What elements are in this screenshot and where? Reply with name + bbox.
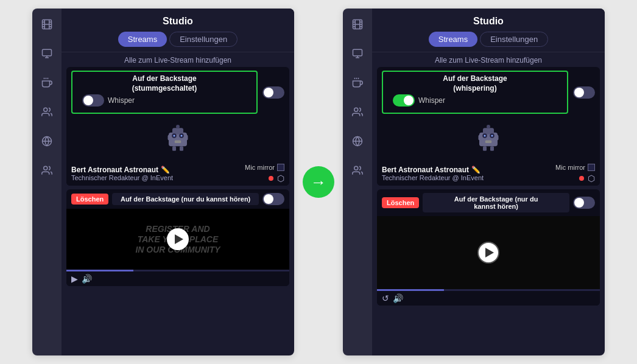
right-panel: Studio Streams Einstellungen Alle zum Li… [343, 9, 605, 355]
right-stream-list: Auf der Backstage (whispering) Whisper [372, 67, 605, 355]
right-play-button[interactable] [477, 242, 499, 264]
svg-rect-8 [43, 49, 52, 56]
right-add-all-label: Alle zum Live-Stream hinzufügen [372, 52, 605, 67]
right-stream-item-2: Löschen Auf der Backstage (nur dukannst … [377, 189, 600, 306]
right-tab-settings[interactable]: Einstellungen [480, 32, 548, 47]
svg-point-23 [174, 135, 175, 137]
left-whisper-knob [83, 96, 93, 105]
right-pencil-icon: ✏️ [471, 166, 480, 174]
right-mic-mirror-row: Mic mirror [555, 164, 595, 171]
left-stream-item-1-top: Auf der Backstage (stummgeschaltet) Whis… [66, 67, 289, 117]
sidebar-users-icon[interactable] [38, 103, 55, 121]
svg-rect-49 [483, 128, 494, 135]
left-pencil-icon: ✏️ [161, 166, 170, 174]
right-stream-item-1: Auf der Backstage (whispering) Whisper [377, 67, 600, 186]
left-play-control-icon[interactable]: ▶ [71, 274, 78, 284]
right-stream2-header: Löschen Auf der Backstage (nur dukannst … [377, 189, 600, 216]
svg-rect-59 [490, 146, 494, 151]
left-stream-label-box: Auf der Backstage (stummgeschaltet) Whis… [71, 71, 258, 114]
sidebar-users2-icon[interactable] [38, 162, 55, 179]
right-sidebar-coffee-icon[interactable] [349, 74, 366, 91]
arrow-container: → [294, 166, 343, 198]
left-add-all-label: Alle zum Live-Stream hinzufügen [62, 52, 294, 67]
right-play-icon [485, 248, 494, 257]
left-header: Studio Streams Einstellungen [62, 9, 294, 52]
left-whisper-row: Whisper [77, 93, 252, 110]
left-panel: Studio Streams Einstellungen Alle zum Li… [32, 9, 294, 355]
right-sidebar-users-icon[interactable] [349, 103, 366, 121]
left-external-link-icon[interactable]: ⬡ [277, 173, 284, 183]
left-stream-item-1: Auf der Backstage (stummgeschaltet) Whis… [66, 67, 289, 186]
left-tab-settings[interactable]: Einstellungen [169, 32, 238, 47]
left-avatar-area [66, 117, 289, 161]
left-tab-streams[interactable]: Streams [118, 32, 167, 47]
svg-rect-19 [172, 128, 183, 135]
sidebar-globe-icon[interactable] [38, 133, 55, 150]
left-stream-list: Auf der Backstage (stummgeschaltet) Whis… [62, 67, 294, 355]
svg-rect-25 [175, 141, 181, 144]
svg-rect-55 [485, 141, 492, 144]
left-stream2-label: Auf der Backstage (nur du kannst hören) [112, 193, 259, 205]
svg-rect-28 [172, 146, 176, 151]
left-volume-icon[interactable]: 🔊 [82, 274, 92, 284]
right-stream2-toggle[interactable] [573, 197, 595, 209]
left-user-name: Bert Astronaut Astronaut [71, 166, 158, 174]
sidebar-film-icon[interactable] [38, 16, 55, 33]
left-user-role: Technischer Redakteur @ InEvent [71, 174, 173, 181]
svg-rect-57 [496, 135, 499, 141]
right-avatar-robot [470, 121, 507, 158]
svg-point-17 [44, 166, 48, 170]
left-title: Studio [71, 16, 284, 27]
arrow-circle: → [303, 166, 334, 198]
sidebar-coffee-icon[interactable] [38, 74, 55, 91]
left-stream1-knob [264, 88, 273, 97]
right-whisper-toggle[interactable] [393, 94, 415, 107]
left-red-dot [269, 176, 273, 181]
right-stream1-toggle[interactable] [573, 86, 595, 99]
left-stream-label-1: Auf der Backstage (stummgeschaltet) [77, 74, 252, 93]
right-refresh-icon[interactable]: ↺ [382, 293, 389, 303]
arrow-right-icon: → [311, 173, 326, 192]
left-mic-mirror-checkbox[interactable] [277, 164, 284, 171]
left-stream-item-2: Löschen Auf der Backstage (nur du kannst… [66, 189, 289, 286]
svg-rect-29 [180, 146, 183, 151]
left-stream2-toggle[interactable] [262, 193, 284, 205]
right-mic-mirror-label: Mic mirror [555, 164, 585, 171]
sidebar-monitor-icon[interactable] [38, 45, 55, 62]
right-stream-label-box: Auf der Backstage (whispering) Whisper [382, 71, 568, 114]
left-content: Studio Streams Einstellungen Alle zum Li… [62, 9, 294, 355]
right-sidebar [343, 9, 372, 355]
left-sidebar [32, 9, 62, 355]
right-sidebar-monitor-icon[interactable] [349, 45, 366, 62]
svg-point-44 [354, 108, 358, 111]
right-avatar-area [377, 117, 600, 161]
right-sidebar-globe-icon[interactable] [349, 133, 366, 150]
right-whisper-row: Whisper [388, 93, 562, 110]
right-red-dot [579, 176, 584, 181]
right-user-info: Bert Astronaut Astronaut ✏️ Technischer … [377, 161, 600, 186]
left-avatar-robot [160, 121, 196, 158]
svg-point-24 [181, 135, 183, 137]
right-title: Studio [382, 16, 595, 27]
right-video-controls: ↺ 🔊 [377, 291, 600, 306]
right-tab-bar: Streams Einstellungen [382, 32, 595, 47]
left-video-container: REGISTER AND TAKE YOUR PLACE IN OUR COMM… [66, 209, 289, 270]
right-sidebar-film-icon[interactable] [349, 16, 366, 33]
left-whisper-toggle[interactable] [82, 94, 104, 107]
right-volume-icon[interactable]: 🔊 [393, 293, 403, 303]
right-whisper-label: Whisper [418, 96, 445, 105]
right-mic-mirror-checkbox[interactable] [588, 164, 595, 171]
left-play-button[interactable] [167, 228, 189, 250]
left-stream1-toggle[interactable] [262, 86, 284, 99]
left-stream2-knob [264, 194, 273, 204]
right-stream2-knob [574, 198, 584, 208]
left-user-info: Bert Astronaut Astronaut ✏️ Technischer … [66, 161, 289, 186]
svg-rect-58 [483, 146, 487, 151]
right-external-link-icon[interactable]: ⬡ [588, 173, 595, 183]
left-delete-button[interactable]: Löschen [71, 194, 108, 205]
right-tab-streams[interactable]: Streams [429, 32, 477, 47]
svg-point-47 [354, 166, 358, 170]
right-sidebar-users2-icon[interactable] [349, 162, 366, 179]
right-stream1-knob [574, 88, 584, 97]
right-delete-button[interactable]: Löschen [382, 197, 419, 208]
